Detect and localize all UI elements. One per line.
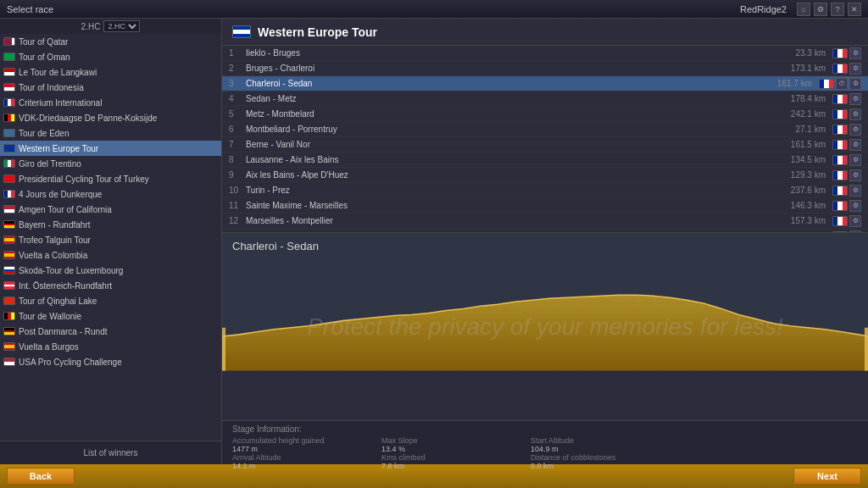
stage-number: 10: [229, 186, 246, 195]
info-value: 7.8 km: [381, 462, 517, 470]
race-list-item[interactable]: Western Europe Tour: [0, 141, 221, 156]
race-name: Tour of Qatar: [19, 37, 68, 47]
race-list-item[interactable]: USA Pro Cycling Challenge: [0, 354, 221, 369]
next-button[interactable]: Next: [793, 468, 861, 485]
race-name: Western Europe Tour: [19, 144, 98, 153]
stage-flag: [832, 64, 848, 74]
race-name: Skoda-Tour de Luxembourg: [19, 266, 123, 275]
stage-settings-button[interactable]: ⚙: [849, 47, 861, 59]
stage-settings-button[interactable]: ⚙: [849, 93, 861, 105]
stage-row[interactable]: 12 Marseilles - Montpellier 157.3 km ⚙: [222, 214, 868, 229]
stage-name: Sedan - Metz: [246, 94, 775, 103]
race-name: Tour of Oman: [19, 53, 70, 62]
race-list-item[interactable]: Tour de Wallonie: [0, 308, 221, 324]
race-list-item[interactable]: Int. Österreich-Rundfahrt: [0, 278, 221, 293]
stage-settings-button[interactable]: ⚙: [849, 200, 861, 212]
stage-icons: ⚙: [832, 200, 861, 212]
stage-settings-button[interactable]: ⚙: [849, 169, 861, 181]
stage-name: Bruges - Charleroi: [246, 64, 775, 73]
stage-flag: [832, 186, 848, 196]
stage-icons: ⏱ ⚙: [819, 78, 861, 90]
race-name: Int. Österreich-Rundfahrt: [19, 281, 112, 291]
stage-number: 4: [229, 94, 246, 103]
stage-row[interactable]: 6 Montbeliard - Porrentruy 27.1 km ⚙: [222, 122, 868, 137]
race-list-item[interactable]: Vuelta a Burgos: [0, 339, 221, 354]
stage-row[interactable]: 1 Iieklo - Bruges 23.3 km ⚙: [222, 46, 868, 61]
race-list-item[interactable]: Presidential Cycling Tour of Turkey: [0, 171, 221, 186]
stage-name: Sainte Maxime - Marseilles: [246, 201, 775, 210]
stage-row[interactable]: 11 Sainte Maxime - Marseilles 146.3 km ⚙: [222, 198, 868, 214]
stage-info-item: Start Altitude 104.9 m: [531, 436, 700, 453]
stage-settings-button[interactable]: ⚙: [849, 108, 861, 120]
race-flag: [3, 129, 15, 137]
stage-distance: 161.7 km: [761, 79, 812, 88]
profile-area: Charleroi - Sedan: [222, 232, 868, 420]
stage-settings-button[interactable]: ⚙: [849, 185, 861, 197]
race-name: USA Pro Cycling Challenge: [19, 358, 122, 367]
back-button[interactable]: Back: [7, 468, 75, 485]
stage-info-item: Max Slope 13.4 %: [381, 436, 517, 453]
race-list-item[interactable]: Post Danmarca - Rundt: [0, 324, 221, 339]
stage-icons: ⚙: [832, 169, 861, 181]
stage-row[interactable]: 7 Berne - Vanil Nor 161.5 km ⚙: [222, 137, 868, 152]
tour-flag: [232, 25, 251, 38]
stage-settings-button[interactable]: ⚙: [849, 78, 861, 90]
right-panel: Western Europe Tour 1 Iieklo - Bruges 23…: [222, 19, 868, 464]
stage-icons: ⚙: [832, 93, 861, 105]
close-button[interactable]: ✕: [848, 3, 861, 16]
race-name: Trofeo Talguin Tour: [19, 236, 91, 245]
stage-flag: [819, 79, 834, 89]
stage-row[interactable]: 2 Bruges - Charleroi 173.1 km ⚙: [222, 61, 868, 76]
info-key: Arrival Altitude: [232, 453, 368, 462]
list-of-winners-button[interactable]: List of winners: [0, 441, 221, 464]
stage-row[interactable]: 3 Charleroi - Sedan 161.7 km ⏱ ⚙: [222, 76, 868, 92]
stage-icon-clock[interactable]: ⏱: [836, 78, 848, 90]
race-name: Tour de Wallonie: [19, 312, 81, 321]
stage-settings-button[interactable]: ⚙: [849, 215, 861, 227]
race-list-item[interactable]: Le Tour de Langkawi: [0, 64, 221, 80]
info-value: 0.0 km: [531, 462, 700, 470]
race-list-item[interactable]: Trofeo Talguin Tour: [0, 232, 221, 247]
stage-row[interactable]: 10 Turin - Prez 237.6 km ⚙: [222, 183, 868, 198]
stage-distance: 242.1 km: [775, 109, 826, 119]
race-flag: [3, 312, 15, 320]
settings-button[interactable]: ⚙: [814, 3, 827, 16]
stage-settings-button[interactable]: ⚙: [849, 63, 861, 75]
race-list-item[interactable]: Criterium International: [0, 95, 221, 110]
info-value: 104.9 m: [531, 445, 700, 453]
stage-name: Berne - Vanil Nor: [246, 140, 775, 149]
stage-row[interactable]: 5 Metz - Montbelard 242.1 km ⚙: [222, 107, 868, 122]
race-flag: [3, 37, 15, 46]
race-list-item[interactable]: Tour de Eden: [0, 125, 221, 141]
race-list-item[interactable]: Bayern - Rundfahrt: [0, 217, 221, 232]
race-list-item[interactable]: VDK-Driedaagse De Panne-Koksijde: [0, 110, 221, 125]
stage-settings-button[interactable]: ⚙: [849, 139, 861, 151]
race-list-item[interactable]: Tour of Oman: [0, 49, 221, 64]
race-list-item[interactable]: Amgen Tour of California: [0, 202, 221, 217]
stage-distance: 237.6 km: [775, 186, 826, 195]
race-list-item[interactable]: Vuelta a Colombia: [0, 247, 221, 263]
info-key: Start Altitude: [531, 436, 700, 445]
race-list-item[interactable]: Giro del Trentino: [0, 156, 221, 171]
stage-name: Turin - Prez: [246, 186, 775, 195]
stage-info-label: Stage Information:: [232, 424, 858, 434]
race-list-item[interactable]: Tour of Qatar: [0, 34, 221, 49]
race-name: Vuelta a Burgos: [19, 342, 79, 352]
profile-chart: [222, 233, 868, 371]
stage-flag: [832, 140, 848, 150]
stage-row[interactable]: 9 Aix les Bains - Alpe D'Huez 129.3 km ⚙: [222, 168, 868, 183]
stage-row[interactable]: 4 Sedan - Metz 178.4 km ⚙: [222, 92, 868, 107]
race-list-item[interactable]: Tour of Qinghai Lake: [0, 293, 221, 308]
race-list-item[interactable]: Tour of Indonesia: [0, 80, 221, 95]
stage-flag: [832, 48, 848, 58]
home-button[interactable]: ⌂: [797, 3, 810, 16]
race-list-item[interactable]: 4 Jours de Dunkerque: [0, 186, 221, 202]
stage-settings-button[interactable]: ⚙: [849, 124, 861, 136]
race-list-item[interactable]: Skoda-Tour de Luxembourg: [0, 263, 221, 278]
help-button[interactable]: ?: [831, 3, 844, 16]
info-key: Distance of cobblestones: [531, 453, 700, 462]
race-name: Bayern - Rundfahrt: [19, 220, 91, 230]
stage-settings-button[interactable]: ⚙: [849, 154, 861, 166]
race-flag: [3, 297, 15, 305]
stage-row[interactable]: 8 Lausanne - Aix les Bains 134.5 km ⚙: [222, 152, 868, 168]
